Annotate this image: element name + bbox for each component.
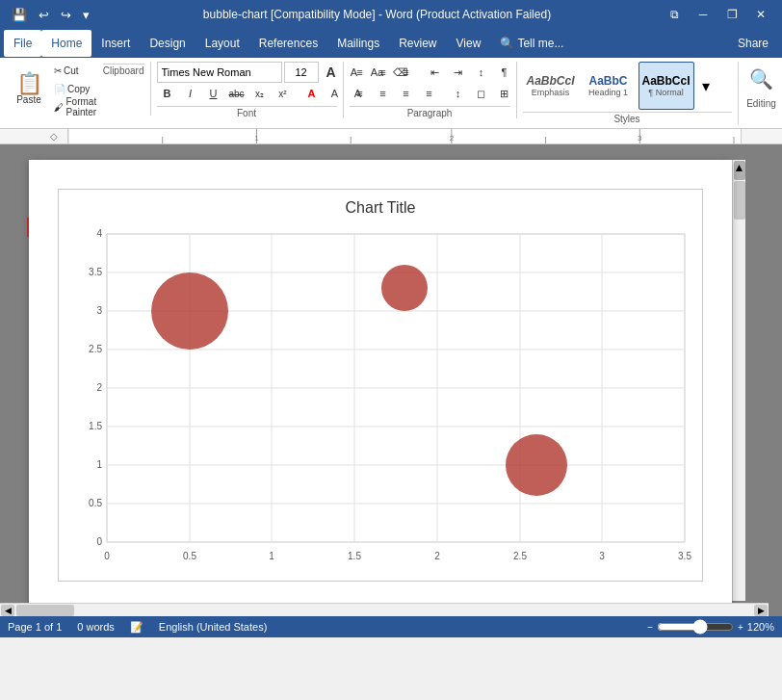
ribbon: 📋 Paste ✂ Cut 📄 Copy 🖌 Format Painter Cl…	[0, 58, 782, 129]
highlight-button[interactable]: A	[325, 83, 346, 104]
numbered-list-button[interactable]: ≡	[373, 62, 394, 83]
ruler-content[interactable]: 1 2 3	[67, 129, 742, 143]
underline-button[interactable]: U	[203, 83, 224, 104]
grow-font-button[interactable]: A	[321, 62, 342, 83]
multilevel-list-button[interactable]: ≡	[396, 62, 417, 83]
proofing-icon[interactable]: 📝	[130, 621, 143, 634]
editing-group: 🔍 Editing	[739, 62, 783, 109]
subscript-button[interactable]: x₂	[249, 83, 271, 104]
page[interactable]: Chart Title	[29, 160, 732, 616]
styles-label: Styles	[523, 112, 732, 124]
svg-text:0.5: 0.5	[89, 498, 102, 508]
paragraph-row2: ≡ ≡ ≡ ≡ ↕ ◻ ⊞	[350, 83, 510, 104]
font-name-input[interactable]	[157, 62, 282, 83]
chart-container[interactable]: Chart Title	[58, 189, 703, 582]
svg-text:2: 2	[450, 134, 455, 143]
zoom-control: − + 120%	[647, 619, 774, 635]
bubble-chart[interactable]: 4 3.5 3 2.5 2 1.5 1 0.5 0 0 0.5 1 1.5 2 …	[68, 224, 692, 571]
left-margin-indicator	[15, 160, 29, 601]
bubble1[interactable]	[151, 272, 228, 350]
svg-text:0: 0	[104, 551, 110, 561]
copy-button[interactable]: 📄 Copy	[50, 80, 101, 97]
menu-item-references[interactable]: References	[249, 30, 327, 57]
redo-button[interactable]: ↪	[57, 6, 75, 24]
style-heading1-preview: AaBbC	[588, 74, 627, 88]
style-normal-preview: AaBbCcI	[641, 74, 690, 88]
zoom-slider[interactable]	[657, 619, 734, 635]
menu-item-insert[interactable]: Insert	[91, 30, 140, 57]
align-left-button[interactable]: ≡	[350, 83, 371, 104]
styles-more-button[interactable]: ▾	[696, 62, 716, 110]
menu-item-home[interactable]: Home	[41, 30, 91, 57]
font-size-input[interactable]	[284, 62, 319, 83]
bubble3[interactable]	[506, 434, 567, 496]
justify-button[interactable]: ≡	[419, 83, 440, 104]
menu-item-tell-me[interactable]: 🔍 Tell me...	[490, 30, 573, 57]
menu-item-review[interactable]: Review	[389, 30, 446, 57]
shading-button[interactable]: ◻	[471, 83, 492, 104]
horizontal-scrollbar[interactable]: ◀ ▶	[0, 603, 769, 616]
sort-button[interactable]: ↕	[471, 62, 492, 83]
scroll-horizontal-thumb[interactable]	[16, 605, 74, 616]
paste-label: Paste	[16, 94, 41, 105]
superscript-button[interactable]: x²	[273, 83, 294, 104]
editing-search-button[interactable]: 🔍	[744, 62, 779, 96]
scroll-left-button[interactable]: ◀	[1, 605, 14, 616]
zoom-out-button[interactable]: −	[647, 622, 653, 633]
undo-button[interactable]: ↩	[35, 6, 53, 24]
bullet-list-button[interactable]: ≡	[350, 62, 371, 83]
ruler-left-margin: ◇	[40, 131, 67, 142]
document-area[interactable]: Chart Title	[0, 144, 782, 616]
scroll-right-button[interactable]: ▶	[754, 605, 768, 616]
format-painter-button[interactable]: 🖌 Format Painter	[50, 98, 101, 116]
cut-icon: ✂	[54, 65, 62, 76]
format-painter-icon: 🖌	[54, 102, 64, 113]
zoom-level-label: 120%	[747, 621, 774, 633]
window-mode-button[interactable]: ⧉	[661, 5, 688, 24]
svg-text:2: 2	[434, 551, 440, 561]
menu-item-layout[interactable]: Layout	[196, 30, 249, 57]
show-marks-button[interactable]: ¶	[494, 62, 515, 83]
bubble2[interactable]	[381, 265, 428, 311]
vertical-scrollbar[interactable]: ▲	[732, 160, 745, 601]
bold-button[interactable]: B	[157, 83, 178, 104]
style-heading1[interactable]: AaBbC Heading 1	[581, 62, 637, 110]
cut-button[interactable]: ✂ Cut	[50, 62, 101, 79]
align-right-button[interactable]: ≡	[396, 83, 417, 104]
language-label[interactable]: English (United States)	[159, 621, 268, 633]
svg-text:1: 1	[254, 134, 259, 143]
scroll-thumb-up[interactable]: ▲	[734, 161, 745, 180]
close-button[interactable]: ✕	[747, 5, 774, 24]
strikethrough-button[interactable]: abc	[226, 83, 248, 104]
menu-item-mailings[interactable]: Mailings	[327, 30, 389, 57]
format-painter-label: Format Painter	[65, 96, 97, 117]
paste-button[interactable]: 📋 Paste	[10, 62, 48, 116]
menu-item-share[interactable]: Share	[728, 30, 778, 57]
decrease-indent-button[interactable]: ⇤	[425, 62, 446, 83]
menu-item-file[interactable]: File	[4, 30, 41, 57]
font-group: A A Aa ⌫ B I U abc x₂ x² A A A Font	[151, 62, 344, 118]
save-button[interactable]: 💾	[8, 6, 31, 24]
customize-qa-button[interactable]: ▾	[79, 6, 93, 24]
menu-item-view[interactable]: View	[447, 30, 491, 57]
minimize-button[interactable]: ─	[690, 5, 717, 24]
restore-button[interactable]: ❐	[718, 5, 745, 24]
center-button[interactable]: ≡	[373, 83, 394, 104]
styles-gallery: AaBbCcI Emphasis AaBbC Heading 1 AaBbCcI…	[523, 62, 732, 110]
font-row2: B I U abc x₂ x² A A A	[157, 83, 337, 104]
style-normal[interactable]: AaBbCcI ¶ Normal	[639, 62, 694, 110]
svg-text:1: 1	[269, 551, 274, 561]
svg-text:3: 3	[599, 551, 605, 561]
increase-indent-button[interactable]: ⇥	[448, 62, 469, 83]
font-color-button[interactable]: A	[301, 83, 323, 104]
border-button[interactable]: ⊞	[494, 83, 515, 104]
scroll-thumb[interactable]	[734, 181, 745, 220]
paragraph-row1: ≡ ≡ ≡ ⇤ ⇥ ↕ ¶	[350, 62, 510, 83]
zoom-in-button[interactable]: +	[738, 622, 743, 633]
menu-item-design[interactable]: Design	[140, 30, 195, 57]
svg-text:2.5: 2.5	[513, 551, 527, 561]
quick-access-toolbar: 💾 ↩ ↪ ▾	[8, 6, 93, 24]
line-spacing-button[interactable]: ↕	[448, 83, 469, 104]
italic-button[interactable]: I	[180, 83, 201, 104]
style-emphasis[interactable]: AaBbCcI Emphasis	[523, 62, 579, 110]
